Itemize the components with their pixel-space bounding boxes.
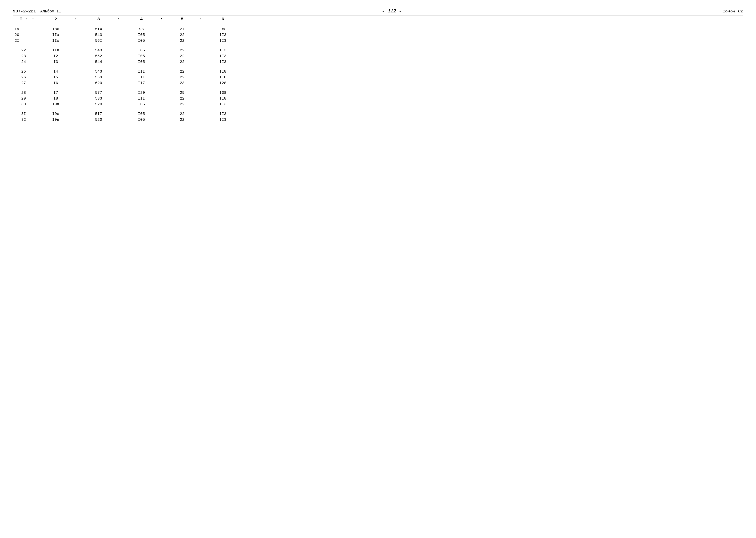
table-cell-row4-col2: I7 I8 I9а [34,89,77,108]
table-cell-row3-col6: II8 II8 I28 [201,68,244,87]
table-cell-row5-col4: I05 I05 [120,110,163,124]
table-cell-row2-col3: 543 552 544 [77,47,120,66]
col-header-1: I : [13,17,34,22]
table-cell-row1-col1: I9 20 2I [13,26,34,44]
table-cell-row1-col5: 2I 22 22 [163,26,201,44]
col-header-5: 5 [163,17,201,22]
table-cell-row5-col1: 3I 32 [13,110,34,124]
row-spacer [13,44,244,47]
col-header-4: 4 [120,17,163,22]
col-header-2: 2 [34,17,77,22]
page-header: 907-2-221 Альбом II - 112 - 16464-02 [13,9,743,14]
table-cell-row4-col1: 28 29 30 [13,89,34,108]
table-cell-row1-col3: 5I4 543 56I [77,26,120,44]
row-spacer [13,87,244,89]
document-code: 16464-02 [723,9,743,14]
table-cell-row1-col6: 99 II3 II3 [201,26,244,44]
table-cell-row3-col1: 25 26 27 [13,68,34,87]
table-cell-row5-col6: II3 II3 [201,110,244,124]
table-cell-row2-col2: IIв I2 I3 [34,47,77,66]
table-cell-row4-col4: I29 III I05 [120,89,163,108]
row-spacer [13,108,244,110]
table-cell-row1-col4: 93 I05 I05 [120,26,163,44]
table-cell-row1-col2: Iо6 IIа IIо [34,26,77,44]
header-left: 907-2-221 Альбом II [13,9,61,14]
table-cell-row3-col5: 22 22 23 [163,68,201,87]
album-label: Альбом II [40,9,61,14]
table-cell-row5-col5: 22 22 [163,110,201,124]
table-cell-row2-col4: I05 I05 I05 [120,47,163,66]
table-cell-row3-col3: 543 559 620 [77,68,120,87]
col-header-6: 6 [201,17,244,22]
table-cell-row5-col3: 5I7 520 [77,110,120,124]
table-cell-row4-col3: 577 533 520 [77,89,120,108]
table-cell-row2-col5: 22 22 22 [163,47,201,66]
table-cell-row3-col2: I4 I5 I6 [34,68,77,87]
table-cell-row2-col1: 22 23 24 [13,47,34,66]
table-cell-row3-col4: III III II7 [120,68,163,87]
table-cell-row4-col6: I38 II8 II3 [201,89,244,108]
page-number: - 112 - [61,9,723,14]
table-cell-row4-col5: 25 22 22 [163,89,201,108]
col-header-3: 3 [77,17,120,22]
table-body: I9 20 2IIо6 IIа IIо5I4 543 56I93 I05 I05… [13,26,743,124]
row-spacer [13,66,244,68]
table-cell-row2-col6: II3 II3 II3 [201,47,244,66]
column-headers: I : 2 3 4 5 6 [13,16,743,23]
doc-number: 907-2-221 [13,9,36,14]
table-cell-row5-col2: I9о I9в [34,110,77,124]
